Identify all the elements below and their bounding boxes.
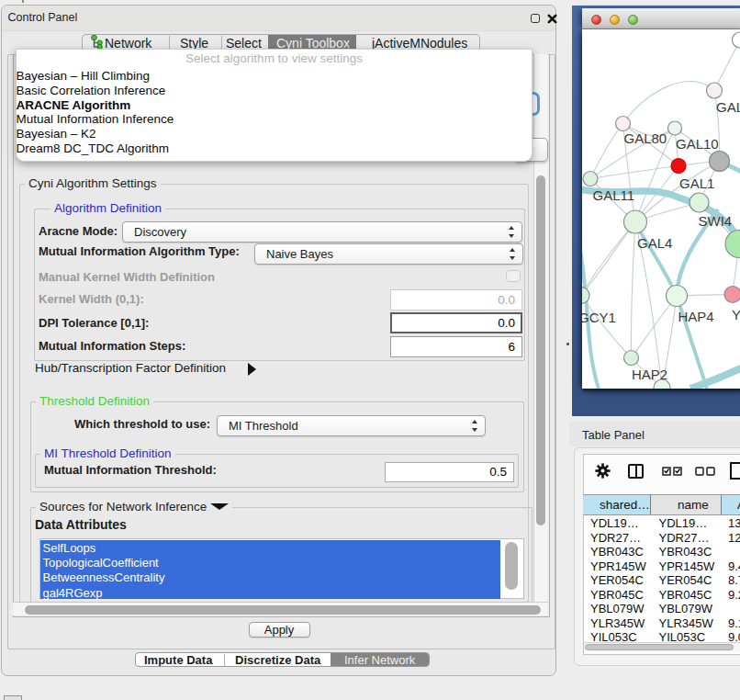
svg-text:GAL10: GAL10 — [676, 136, 719, 152]
svg-text:GCY1: GCY1 — [582, 310, 616, 325]
svg-text:GAL11: GAL11 — [593, 187, 635, 203]
svg-text:GAL7: GAL7 — [716, 99, 740, 115]
svg-text:HAP4: HAP4 — [678, 309, 714, 324]
svg-text:GAL80: GAL80 — [624, 130, 667, 146]
svg-text:Y: Y — [732, 307, 740, 322]
svg-text:GAL4: GAL4 — [637, 235, 672, 251]
svg-text:SWI4: SWI4 — [699, 213, 733, 229]
svg-text:HAP2: HAP2 — [632, 367, 667, 382]
svg-text:GAL1: GAL1 — [679, 175, 714, 191]
